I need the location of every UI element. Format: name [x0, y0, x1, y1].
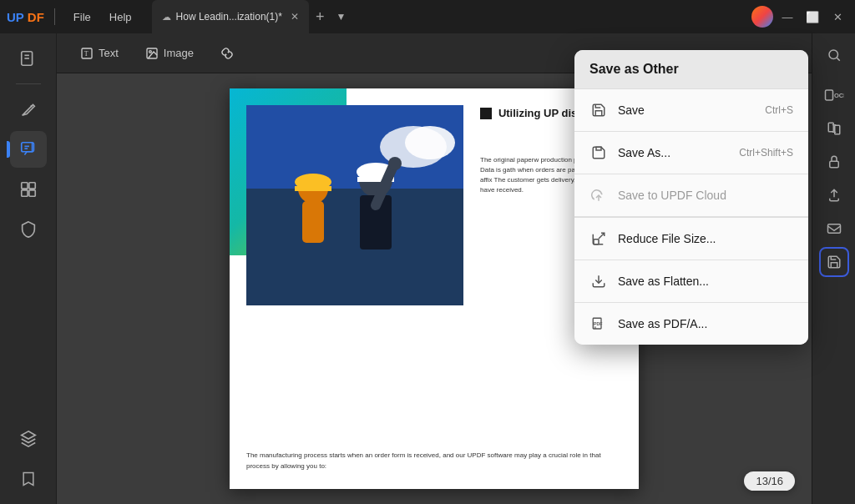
menu-help[interactable]: Help [101, 8, 140, 27]
right-protect-button[interactable] [819, 147, 849, 177]
save-icon [589, 101, 608, 119]
svg-rect-9 [21, 190, 27, 196]
right-save-other-button[interactable] [819, 247, 849, 277]
dropdown-item-flatten[interactable]: Save as Flatten... [574, 260, 808, 303]
svg-rect-8 [28, 183, 34, 189]
tab-area: ☁ How Leadin...ization(1)* ✕ + ▼ [152, 0, 746, 33]
dropdown-item-save-as[interactable]: Save As... Ctrl+Shift+S [574, 132, 808, 174]
tab-dropdown-button[interactable]: ▼ [331, 11, 351, 23]
sidebar-item-annotate[interactable] [10, 131, 47, 168]
tab-close-button[interactable]: ✕ [291, 11, 299, 23]
dropdown-item-reduce[interactable]: Reduce File Size... [574, 218, 808, 260]
right-search-button[interactable] [819, 40, 849, 70]
svg-line-30 [837, 58, 839, 60]
dropdown-item-pdfa[interactable]: PDF /A Save as PDF/A... [574, 303, 808, 345]
close-button[interactable]: ✕ [827, 6, 848, 28]
pdfa-icon: PDF /A [589, 315, 608, 333]
menu-bar: File Help [65, 8, 140, 27]
tab-label: How Leadin...ization(1)* [176, 11, 282, 23]
svg-line-40 [599, 233, 605, 239]
logo-up: UP [7, 10, 24, 24]
svg-point-18 [405, 126, 455, 159]
page-number: 13/16 [744, 471, 795, 491]
page-image [246, 105, 463, 305]
right-extract-button[interactable] [819, 113, 849, 144]
sidebar-item-bookmark[interactable] [10, 461, 47, 497]
toolbar-image-label: Image [164, 47, 194, 59]
menu-file[interactable]: File [65, 8, 99, 27]
svg-rect-7 [21, 183, 27, 189]
title-bar-right: — ⬜ ✕ [751, 6, 848, 28]
svg-rect-35 [829, 161, 838, 168]
reduce-icon [589, 229, 608, 248]
sidebar-item-pages[interactable] [10, 40, 47, 77]
right-sidebar: OCR [812, 33, 855, 504]
active-indicator [7, 141, 10, 158]
title-bar: UP DF File Help ☁ How Leadin...ization(1… [0, 0, 855, 33]
toolbar-link-button[interactable] [210, 42, 244, 65]
svg-rect-38 [596, 147, 601, 150]
new-tab-button[interactable]: + [309, 8, 331, 26]
minimize-button[interactable]: — [777, 6, 798, 28]
pdfa-label: Save as PDF/A... [618, 317, 793, 330]
save-label: Save [618, 103, 755, 117]
svg-point-14 [149, 50, 152, 53]
title-bar-separator [54, 8, 55, 25]
svg-rect-10 [28, 190, 34, 196]
right-email-button[interactable] [819, 214, 849, 244]
sidebar-item-protect[interactable] [10, 211, 47, 248]
sidebar-item-organize[interactable] [10, 171, 47, 208]
active-tab[interactable]: ☁ How Leadin...ization(1)* ✕ [152, 0, 309, 33]
sidebar-separator-1 [16, 83, 41, 84]
svg-text:/A: /A [594, 326, 597, 330]
toolbar-text-label: Text [99, 47, 119, 59]
dropdown-item-cloud[interactable]: Save to UPDF Cloud [574, 174, 808, 217]
app-logo: UP DF [7, 10, 44, 24]
left-sidebar [0, 33, 57, 504]
heading-icon [480, 108, 492, 119]
svg-rect-34 [834, 125, 839, 134]
reduce-label: Reduce File Size... [618, 232, 793, 245]
page-image-inner [246, 105, 463, 305]
dropdown-item-save[interactable]: Save Ctrl+S [574, 89, 808, 132]
sidebar-item-layers[interactable] [10, 421, 47, 457]
svg-text:T: T [84, 50, 89, 58]
svg-point-29 [829, 50, 838, 59]
dropdown-title: Save as Other [574, 50, 808, 89]
user-avatar[interactable] [751, 6, 773, 28]
svg-point-28 [388, 157, 402, 170]
save-as-other-dropdown: Save as Other Save Ctrl+S [574, 50, 808, 345]
sidebar-item-edit[interactable] [10, 91, 47, 128]
save-shortcut: Ctrl+S [765, 104, 793, 116]
main-area: T Text Image [0, 33, 855, 504]
svg-rect-33 [828, 123, 833, 132]
save-as-label: Save As... [618, 146, 729, 159]
save-as-shortcut: Ctrl+Shift+S [739, 147, 793, 159]
flatten-label: Save as Flatten... [618, 275, 793, 288]
svg-rect-22 [295, 186, 331, 191]
right-share-button[interactable] [819, 180, 849, 210]
cloud-label: Save to UPDF Cloud [618, 189, 793, 202]
sidebar-bottom [10, 421, 47, 497]
maximize-button[interactable]: ⬜ [802, 6, 823, 28]
svg-rect-36 [827, 224, 840, 234]
save-as-icon [589, 144, 608, 162]
flatten-icon [589, 272, 608, 290]
svg-rect-31 [825, 90, 832, 100]
cloud-icon [589, 186, 608, 204]
tab-cloud-icon: ☁ [162, 12, 171, 23]
svg-text:OCR: OCR [834, 92, 844, 99]
toolbar-text-button[interactable]: T Text [70, 42, 129, 65]
svg-rect-41 [594, 239, 599, 244]
page-bottom-text: The manufacturing process starts when an… [246, 451, 622, 472]
toolbar-image-button[interactable]: Image [135, 42, 204, 65]
logo-df: DF [28, 10, 44, 24]
svg-rect-20 [302, 201, 324, 243]
right-ocr-button[interactable]: OCR [819, 80, 849, 110]
svg-text:PDF: PDF [594, 321, 603, 326]
